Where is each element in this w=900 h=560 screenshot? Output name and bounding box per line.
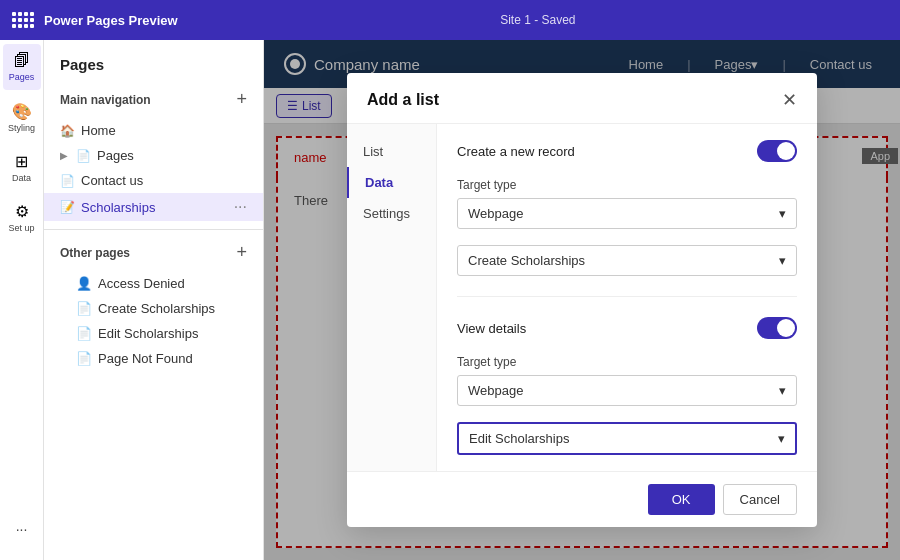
data-icon: ⊞	[15, 152, 28, 171]
edit-scholarships-row: Edit Scholarships ▾	[457, 422, 797, 455]
tab-settings-label: Settings	[363, 206, 410, 221]
pages-icon: 🗐	[14, 52, 30, 70]
more-icon: ···	[16, 521, 28, 537]
modal-tab-settings[interactable]: Settings	[347, 198, 436, 229]
view-details-toggle[interactable]	[757, 317, 797, 339]
create-scholarships-row: Create Scholarships ▾	[457, 245, 797, 276]
nav-item-home[interactable]: 🏠 Home	[44, 118, 263, 143]
target-type-1-label: Target type	[457, 178, 797, 192]
modal-content-area: Create a new record Target type Webpage …	[437, 124, 817, 471]
view-details-row: View details	[457, 317, 797, 339]
create-new-record-label: Create a new record	[457, 144, 575, 159]
nav-item-pages-label: Pages	[97, 148, 134, 163]
other-pages-header: Other pages +	[44, 238, 263, 271]
create-new-record-toggle[interactable]	[757, 140, 797, 162]
nav-item-edit-scholarships-label: Edit Scholarships	[98, 326, 198, 341]
page-not-found-icon: 📄	[76, 351, 92, 366]
modal-footer: OK Cancel	[347, 471, 817, 527]
pages-panel-header: Pages	[44, 56, 263, 85]
ok-button[interactable]: OK	[648, 484, 715, 515]
site-status: Site 1 - Saved	[188, 13, 888, 27]
add-list-modal: Add a list ✕ List Data	[347, 73, 817, 527]
nav-item-pages[interactable]: ▶ 📄 Pages	[44, 143, 263, 168]
nav-item-access-denied[interactable]: 👤 Access Denied	[44, 271, 263, 296]
nav-item-contact-label: Contact us	[81, 173, 143, 188]
create-scholarships-value: Create Scholarships	[468, 253, 585, 268]
tab-list-label: List	[363, 144, 383, 159]
edit-scholarships-icon: 📄	[76, 326, 92, 341]
nav-item-scholarships[interactable]: 📝 Scholarships ···	[44, 193, 263, 221]
tab-data-label: Data	[365, 175, 393, 190]
sidebar-item-data[interactable]: ⊞ Data	[3, 144, 41, 190]
main-nav-title: Main navigation	[60, 93, 151, 107]
setup-label: Set up	[8, 223, 34, 233]
modal-close-button[interactable]: ✕	[782, 89, 797, 111]
modal-title: Add a list	[367, 91, 439, 109]
modal-section-divider	[457, 296, 797, 297]
nav-item-create-scholarships[interactable]: 📄 Create Scholarships	[44, 296, 263, 321]
view-details-label: View details	[457, 321, 526, 336]
nav-item-access-denied-label: Access Denied	[98, 276, 185, 291]
nav-item-home-label: Home	[81, 123, 116, 138]
add-other-pages-button[interactable]: +	[236, 242, 247, 263]
nav-item-contact[interactable]: 📄 Contact us	[44, 168, 263, 193]
sidebar-item-pages[interactable]: 🗐 Pages	[3, 44, 41, 90]
nav-item-page-not-found[interactable]: 📄 Page Not Found	[44, 346, 263, 371]
target-type-2-select[interactable]: Webpage ▾	[457, 375, 797, 406]
data-label: Data	[12, 173, 31, 183]
create-scholarships-icon: 📄	[76, 301, 92, 316]
sidebar-item-styling[interactable]: 🎨 Styling	[3, 94, 41, 140]
target-type-2-row: Target type Webpage ▾	[457, 355, 797, 406]
topbar: Power Pages Preview Site 1 - Saved	[0, 0, 900, 40]
icon-sidebar: 🗐 Pages 🎨 Styling ⊞ Data ⚙ Set up ···	[0, 40, 44, 560]
scholarships-more-icon[interactable]: ···	[234, 198, 247, 216]
pages-panel: Pages Main navigation + 🏠 Home ▶ 📄 Pages…	[44, 40, 264, 560]
main-navigation-header: Main navigation +	[44, 85, 263, 118]
modal-body: List Data Settings	[347, 124, 817, 471]
create-new-record-row: Create a new record	[457, 140, 797, 162]
access-denied-icon: 👤	[76, 276, 92, 291]
target-type-1-row: Target type Webpage ▾	[457, 178, 797, 229]
target-type-2-value: Webpage	[468, 383, 523, 398]
edit-scholarships-chevron: ▾	[778, 431, 785, 446]
modal-sidebar: List Data Settings	[347, 124, 437, 471]
modal-tab-list[interactable]: List	[347, 136, 436, 167]
cancel-button[interactable]: Cancel	[723, 484, 797, 515]
styling-icon: 🎨	[12, 102, 32, 121]
nav-item-create-scholarships-label: Create Scholarships	[98, 301, 215, 316]
create-scholarships-select[interactable]: Create Scholarships ▾	[457, 245, 797, 276]
modal-tab-data[interactable]: Data	[347, 167, 436, 198]
modal-overlay: Add a list ✕ List Data	[264, 40, 900, 560]
target-type-1-value: Webpage	[468, 206, 523, 221]
content-area: Company name Home | Pages▾ | Contact us …	[264, 40, 900, 560]
create-scholarships-chevron: ▾	[779, 253, 786, 268]
home-icon: 🏠	[60, 124, 75, 138]
chevron-right-icon: ▶	[60, 150, 68, 161]
main-layout: 🗐 Pages 🎨 Styling ⊞ Data ⚙ Set up ··· Pa…	[0, 40, 900, 560]
nav-item-edit-scholarships[interactable]: 📄 Edit Scholarships	[44, 321, 263, 346]
target-type-1-select[interactable]: Webpage ▾	[457, 198, 797, 229]
modal-header: Add a list ✕	[347, 73, 817, 124]
app-title: Power Pages Preview	[44, 13, 178, 28]
nav-divider	[44, 229, 263, 230]
target-type-1-chevron: ▾	[779, 206, 786, 221]
styling-label: Styling	[8, 123, 35, 133]
target-type-2-chevron: ▾	[779, 383, 786, 398]
setup-icon: ⚙	[15, 202, 29, 221]
scholarships-icon: 📝	[60, 200, 75, 214]
pages-label: Pages	[9, 72, 35, 82]
pages-nav-icon: 📄	[76, 149, 91, 163]
sidebar-item-setup[interactable]: ⚙ Set up	[3, 194, 41, 240]
nav-item-scholarships-label: Scholarships	[81, 200, 155, 215]
pages-panel-title: Pages	[60, 56, 104, 73]
target-type-2-label: Target type	[457, 355, 797, 369]
sidebar-item-more[interactable]: ···	[3, 506, 41, 552]
edit-scholarships-select[interactable]: Edit Scholarships ▾	[457, 422, 797, 455]
apps-icon[interactable]	[12, 12, 34, 28]
other-pages-title: Other pages	[60, 246, 130, 260]
site-preview: Company name Home | Pages▾ | Contact us …	[264, 40, 900, 560]
nav-item-page-not-found-label: Page Not Found	[98, 351, 193, 366]
edit-scholarships-value: Edit Scholarships	[469, 431, 569, 446]
contact-icon: 📄	[60, 174, 75, 188]
add-main-nav-button[interactable]: +	[236, 89, 247, 110]
